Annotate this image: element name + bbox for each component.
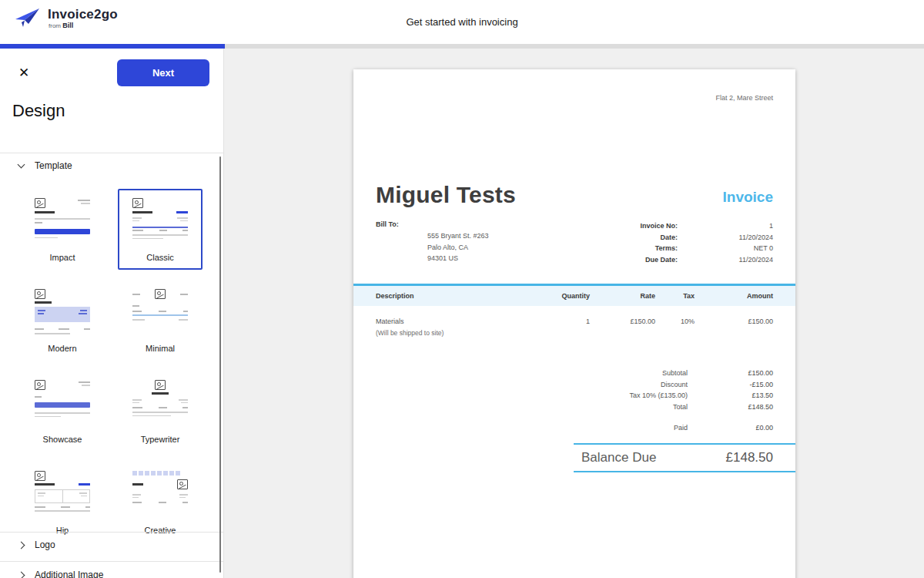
template-thumbnail-showcase xyxy=(35,380,90,428)
template-label: Modern xyxy=(48,344,76,353)
bill-to-block: Bill To: 555 Bryant St. #263 Palo Alto, … xyxy=(376,220,489,265)
template-grid: Impact Classic xyxy=(20,189,205,543)
col-rate: Rate xyxy=(590,292,655,300)
col-amount: Amount xyxy=(695,292,773,300)
line-item-quantity: 1 xyxy=(522,318,590,337)
col-tax: Tax xyxy=(655,292,695,300)
business-name: Miguel Tests xyxy=(376,182,516,208)
section-template-label: Template xyxy=(35,160,72,171)
totals-block: Subtotal £150.00 Discount -£15.00 Tax 10… xyxy=(353,368,773,434)
template-card-hip[interactable]: Hip xyxy=(20,462,105,543)
section-additional-image-label: Additional Image xyxy=(35,570,103,578)
template-card-showcase[interactable]: Showcase xyxy=(20,371,105,452)
divider xyxy=(0,532,223,533)
template-label: Minimal xyxy=(146,344,175,353)
bill-to-label: Bill To: xyxy=(376,220,427,265)
divider xyxy=(0,153,223,153)
col-quantity: Quantity xyxy=(522,292,590,300)
paid-row: Paid £0.00 xyxy=(674,422,773,434)
template-thumbnail-creative xyxy=(132,471,188,519)
sidebar-scrollbar[interactable] xyxy=(219,156,221,573)
balance-due-value: £148.50 xyxy=(726,450,773,465)
balance-due-row: Balance Due £148.50 xyxy=(574,443,795,472)
invoice-meta-block: Invoice No: 1 Date: 11/20/2024 Terms: NE… xyxy=(640,220,773,265)
sidebar-title: Design xyxy=(12,101,65,121)
bill-to-line: 94301 US xyxy=(427,253,489,264)
line-item-tax: 10% xyxy=(655,318,695,337)
invoice-preview[interactable]: Flat 2, Mare Street Miguel Tests Invoice… xyxy=(353,69,795,578)
template-thumbnail-minimal xyxy=(132,289,188,337)
totals-row: Subtotal £150.00 xyxy=(662,368,773,379)
bill-to-line: Palo Alto, CA xyxy=(427,242,489,254)
template-card-classic[interactable]: Classic xyxy=(118,189,203,270)
template-card-typewriter[interactable]: Typewriter xyxy=(118,371,203,452)
meta-row: Due Date: 11/20/2024 xyxy=(640,254,773,266)
table-row: Materials (Will be shipped to site) 1 £1… xyxy=(353,306,795,337)
meta-row: Invoice No: 1 xyxy=(640,220,773,232)
template-thumbnail-hip xyxy=(35,471,90,519)
template-thumbnail-typewriter xyxy=(132,380,188,428)
chevron-right-icon xyxy=(18,571,25,578)
table-header: Description Quantity Rate Tax Amount xyxy=(353,284,795,306)
line-item-amount: £150.00 xyxy=(695,318,773,337)
bill-to-line: 555 Bryant St. #263 xyxy=(427,230,489,242)
divider xyxy=(0,561,223,562)
template-label: Showcase xyxy=(43,435,82,444)
totals-row: Discount -£15.00 xyxy=(661,379,773,391)
page-title: Get started with invoicing xyxy=(0,16,924,28)
next-button[interactable]: Next xyxy=(117,59,209,86)
totals-row: Total £148.50 xyxy=(673,402,773,413)
design-sidebar: ✕ Next Design Template Impact xyxy=(0,49,224,578)
chevron-down-icon xyxy=(18,161,25,169)
section-additional-image[interactable]: Additional Image xyxy=(0,570,223,578)
col-description: Description xyxy=(376,292,522,300)
line-item-description: Materials xyxy=(376,318,522,325)
app-header: Invoice2go from Bill Get started with in… xyxy=(0,0,924,44)
meta-row: Date: 11/20/2024 xyxy=(640,232,773,244)
totals-row: Tax 10% (£135.00) £13.50 xyxy=(629,390,773,402)
sender-address: Flat 2, Mare Street xyxy=(376,94,773,102)
line-item-rate: £150.00 xyxy=(590,318,655,337)
template-label: Classic xyxy=(146,253,173,262)
meta-row: Terms: NET 0 xyxy=(640,243,773,254)
template-thumbnail-modern xyxy=(35,289,90,337)
section-logo-label: Logo xyxy=(35,539,55,550)
template-card-impact[interactable]: Impact xyxy=(20,189,105,270)
template-label: Hip xyxy=(56,526,69,535)
line-item-note: (Will be shipped to site) xyxy=(376,329,522,337)
template-label: Typewriter xyxy=(141,435,180,444)
section-logo[interactable]: Logo xyxy=(0,539,223,550)
template-card-modern[interactable]: Modern xyxy=(20,280,105,361)
preview-area: Flat 2, Mare Street Miguel Tests Invoice… xyxy=(224,49,924,578)
template-label: Creative xyxy=(145,526,176,535)
template-label: Impact xyxy=(49,253,75,262)
template-card-minimal[interactable]: Minimal xyxy=(118,280,203,361)
section-template[interactable]: Template xyxy=(0,160,223,171)
document-type-title: Invoice xyxy=(723,189,773,208)
template-thumbnail-impact xyxy=(35,198,90,246)
template-card-creative[interactable]: Creative xyxy=(118,462,203,543)
close-icon[interactable]: ✕ xyxy=(15,64,32,81)
balance-due-label: Balance Due xyxy=(581,450,656,465)
chevron-right-icon xyxy=(18,541,25,549)
template-thumbnail-classic xyxy=(132,198,188,246)
